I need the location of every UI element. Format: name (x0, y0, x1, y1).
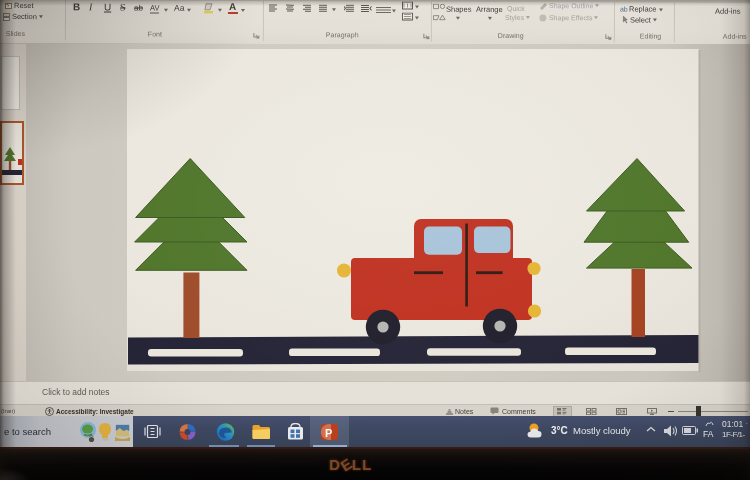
svg-text:ab: ab (620, 5, 628, 12)
svg-text:P: P (325, 427, 332, 439)
